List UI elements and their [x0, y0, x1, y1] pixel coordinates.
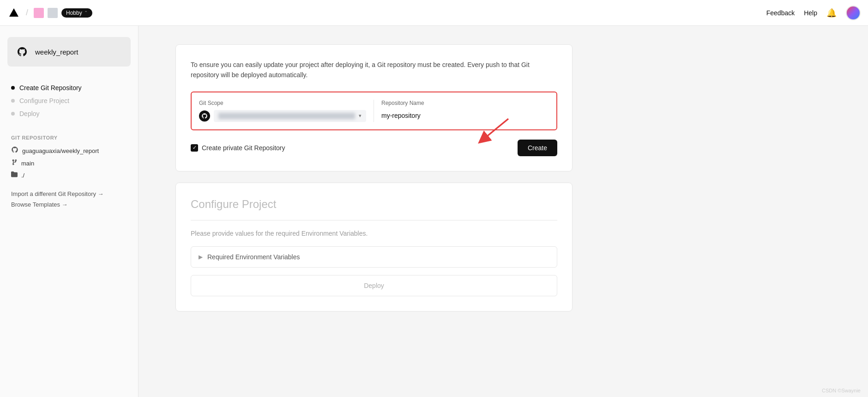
step-dot-active-1 [11, 86, 15, 90]
github-project-icon [15, 44, 30, 59]
bell-icon[interactable]: 🔔 [826, 8, 837, 18]
git-scope-inner: ▾ [199, 110, 366, 122]
sidebar-repo-dir-row: ./ [11, 171, 127, 179]
sidebar-repo-full-name: guaguaguaxia/weekly_report [22, 147, 99, 154]
main-layout: weekly_report Create Git Repository Conf… [0, 26, 868, 397]
sidebar-project-card: weekly_report [7, 37, 131, 67]
sidebar-step-2: Configure Project [11, 94, 127, 107]
sidebar-repo-branch-row: main [11, 159, 127, 167]
step-label-3: Deploy [19, 110, 40, 117]
sidebar-branch: main [21, 160, 34, 167]
nav-slash: / [26, 8, 28, 18]
vercel-logo[interactable] [7, 6, 20, 19]
branch-icon [11, 159, 18, 167]
nav-left: / Hobby ⌃ [7, 6, 766, 19]
github-repo-icon [11, 146, 18, 155]
step-dot-inactive-2 [11, 99, 15, 103]
git-scope-label: Git Scope [199, 100, 366, 106]
svg-marker-0 [9, 8, 18, 17]
form-bottom-row: ✓ Create private Git Repository C [191, 140, 557, 156]
create-private-label[interactable]: ✓ Create private Git Repository [191, 144, 285, 152]
sidebar-project-name: weekly_report [35, 48, 78, 56]
git-form-grid: Git Scope ▾ [199, 100, 549, 122]
hobby-badge[interactable]: Hobby ⌃ [61, 8, 92, 18]
git-form-box: Git Scope ▾ [191, 92, 557, 130]
git-scope-col: Git Scope ▾ [199, 100, 374, 122]
env-vars-chevron-icon: ▶ [199, 254, 203, 260]
sidebar-links: Import a different Git Repository → Brow… [0, 190, 138, 208]
nav-project-icon-gray [48, 8, 58, 18]
feedback-button[interactable]: Feedback [766, 9, 795, 17]
sidebar-directory: ./ [21, 172, 24, 179]
import-git-repo-link[interactable]: Import a different Git Repository → [11, 190, 127, 197]
scope-dropdown-chevron-icon: ▾ [359, 113, 362, 119]
create-btn-wrapper: Create [518, 140, 557, 156]
create-button[interactable]: Create [518, 140, 557, 156]
repo-name-input[interactable] [381, 110, 549, 121]
avatar[interactable] [846, 6, 861, 20]
nav-project-icon-pink [34, 8, 44, 18]
browse-templates-link[interactable]: Browse Templates → [11, 201, 127, 208]
folder-icon [11, 171, 18, 179]
configure-project-card: Configure Project Please provide values … [175, 183, 573, 311]
env-vars-label: Required Environment Variables [207, 253, 300, 261]
scope-dropdown[interactable]: ▾ [214, 110, 366, 122]
deploy-button[interactable]: Deploy [191, 275, 557, 296]
create-git-repo-card: To ensure you can easily update your pro… [175, 44, 573, 171]
configure-desc: Please provide values for the required E… [191, 230, 557, 237]
configure-divider [191, 220, 557, 220]
github-scope-icon [199, 110, 210, 122]
sidebar-section-git-label: GIT REPOSITORY [0, 135, 138, 140]
sidebar-step-1: Create Git Repository [11, 81, 127, 94]
env-vars-row[interactable]: ▶ Required Environment Variables [191, 246, 557, 268]
hobby-label: Hobby [66, 10, 82, 16]
top-navigation: / Hobby ⌃ Feedback Help 🔔 [0, 0, 868, 26]
sidebar-repo-name-row: guaguaguaxia/weekly_report [11, 146, 127, 155]
create-private-text: Create private Git Repository [202, 144, 285, 152]
hobby-chevron-icon: ⌃ [84, 10, 88, 15]
sidebar-step-3: Deploy [11, 107, 127, 120]
configure-project-title: Configure Project [191, 198, 557, 211]
repo-name-label: Repository Name [381, 100, 549, 106]
sidebar-repo-info: guaguaguaxia/weekly_report main ./ [0, 146, 138, 179]
scope-text-blurred [218, 113, 355, 119]
sidebar-steps: Create Git Repository Configure Project … [0, 81, 138, 120]
footer-credit: CSDN ©Swaynie [822, 388, 861, 393]
main-content: To ensure you can easily update your pro… [139, 26, 868, 397]
step-label-1: Create Git Repository [19, 84, 82, 92]
repo-name-col: Repository Name [374, 100, 549, 122]
nav-right: Feedback Help 🔔 [766, 6, 861, 20]
intro-text: To ensure you can easily update your pro… [191, 60, 557, 80]
help-button[interactable]: Help [804, 9, 817, 17]
sidebar: weekly_report Create Git Repository Conf… [0, 26, 139, 397]
step-label-2: Configure Project [19, 97, 69, 104]
create-private-checkbox[interactable]: ✓ [191, 144, 198, 152]
step-dot-inactive-3 [11, 112, 15, 116]
